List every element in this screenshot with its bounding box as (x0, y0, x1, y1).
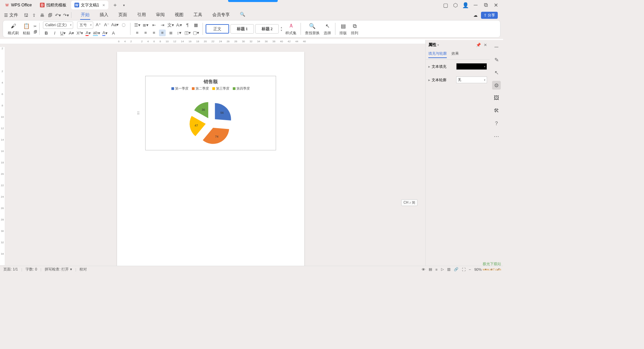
status-words[interactable]: 字数: 0 (25, 267, 37, 272)
tab-effect[interactable]: 效果 (451, 51, 459, 58)
menu-home[interactable]: 开始 (80, 10, 90, 20)
align-left-icon[interactable]: ≡ (134, 30, 141, 36)
maximize-icon[interactable]: ⧉ (483, 2, 488, 8)
paste-button[interactable]: 📋 粘贴 (21, 22, 32, 36)
drag-handle-icon[interactable]: ⠿ (137, 111, 140, 116)
text-fill-color-select[interactable] (456, 63, 487, 70)
strike-icon[interactable]: A̶▾ (68, 30, 75, 37)
menu-reference[interactable]: 引用 (137, 10, 147, 20)
underline-icon[interactable]: U▾ (60, 30, 66, 37)
menu-review[interactable]: 审阅 (155, 10, 165, 20)
close-icon[interactable]: ✕ (102, 3, 105, 7)
expand-icon[interactable]: ▸ (428, 78, 430, 82)
more-icon[interactable]: ⋯ (492, 132, 501, 141)
cut-icon[interactable]: ✂ (34, 24, 37, 29)
file-menu[interactable]: ☰ 文件 (2, 11, 20, 19)
zoom-level[interactable]: 90% (474, 267, 482, 271)
select-button[interactable]: ↖ 选择 (322, 22, 333, 36)
borders-icon[interactable]: ▢▾ (193, 30, 199, 36)
clear-format-icon[interactable]: ◌ (120, 21, 127, 28)
text-direction-icon[interactable]: 文▾ (167, 22, 174, 29)
print-preview-icon[interactable]: 🗐 (47, 12, 53, 18)
border-icon[interactable]: ▦ (193, 22, 199, 29)
tab-wps-office[interactable]: W WPS Office (1, 1, 35, 9)
export-icon[interactable]: ⇪ (31, 12, 37, 18)
properties-icon[interactable]: ⚙ (492, 81, 501, 90)
style-heading2[interactable]: 标题 2 (255, 24, 279, 34)
user-avatar-icon[interactable]: 👤 (463, 2, 468, 8)
add-tab-button[interactable]: ＋ (110, 2, 120, 9)
fit-icon[interactable]: ⛶ (462, 267, 466, 271)
styleset-button[interactable]: Ａ 样式集 (283, 22, 299, 36)
bullet-list-icon[interactable]: ☰▾ (134, 22, 141, 29)
tab-dropdown-icon[interactable]: ▾ (120, 3, 127, 7)
superscript-icon[interactable]: X²▾ (76, 30, 83, 37)
close-panel-icon[interactable]: ✕ (484, 43, 487, 47)
chart-object[interactable]: ⠿ 销售额 第一季度第二季度第三季度第四季度 56744736 (145, 76, 276, 150)
image-icon[interactable]: 🖼 (492, 94, 501, 102)
menu-tools[interactable]: 工具 (193, 10, 203, 20)
show-marks-icon[interactable]: ¶ (184, 22, 191, 29)
redo-icon[interactable]: ↷▾ (63, 12, 69, 18)
ime-indicator[interactable]: CH ♪ 简 (401, 199, 418, 206)
style-scroll-down-icon[interactable]: ▾ (281, 29, 282, 32)
shading-icon[interactable]: ◫▾ (184, 30, 191, 36)
layout-button[interactable]: ▤ 排版 (337, 22, 349, 36)
help-icon[interactable]: ？ (492, 119, 501, 128)
outline-view-icon[interactable]: ≡ (435, 267, 437, 271)
tab-templates[interactable]: D 找稻壳模板 (37, 1, 70, 9)
chevron-down-icon[interactable]: ▾ (437, 43, 439, 47)
shrink-font-icon[interactable]: A⁻ (103, 21, 110, 28)
text-outline-select[interactable]: 无 (456, 77, 487, 83)
align-center-icon[interactable]: ≡ (142, 30, 149, 36)
save-icon[interactable]: 🖫 (23, 12, 29, 18)
change-case-icon[interactable]: Aa▾ (112, 21, 118, 28)
expand-icon[interactable]: ▸ (428, 64, 430, 69)
page-view-icon[interactable]: ▤ (429, 267, 432, 271)
status-spellcheck[interactable]: 拼写检查: 打开 ▾ (45, 267, 72, 272)
search-icon[interactable]: 🔍 (239, 10, 246, 20)
format-painter-button[interactable]: 🖌 格式刷 (6, 22, 21, 36)
menu-insert[interactable]: 插入 (99, 10, 109, 20)
read-view-icon[interactable]: ▷ (441, 267, 444, 271)
link-icon[interactable]: 🔗 (454, 267, 459, 271)
tools-icon[interactable]: 🛠 (492, 106, 501, 115)
number-list-icon[interactable]: ≣▾ (142, 22, 149, 29)
cloud-icon[interactable]: ☁ (473, 13, 478, 18)
text-effect-icon[interactable]: A▾ (102, 30, 108, 37)
cube-icon[interactable]: ⬡ (453, 2, 458, 8)
undo-icon[interactable]: ↶▾ (55, 12, 61, 18)
style-heading1[interactable]: 标题 1 (230, 24, 254, 34)
tab-fill-outline[interactable]: 填充与轮廓 (428, 51, 447, 58)
tab-document[interactable]: W 文字文稿1 ✕ (71, 1, 109, 9)
menu-member[interactable]: 会员专享 (212, 10, 230, 20)
status-page[interactable]: 页面: 1/1 (3, 267, 18, 272)
style-normal[interactable]: 正文 (206, 24, 229, 34)
print-icon[interactable]: 🖶 (39, 12, 45, 18)
font-color-icon[interactable]: A▾ (85, 30, 92, 37)
align-right-icon[interactable]: ≡ (151, 30, 157, 36)
pin-icon[interactable]: 📌 (476, 43, 481, 47)
eye-icon[interactable]: 👁 (422, 267, 425, 271)
distribute-icon[interactable]: ≣ (167, 30, 174, 36)
window-snap-icon[interactable]: ▢ (443, 2, 448, 8)
select-tool-icon[interactable]: ↖ (492, 68, 501, 77)
minimize-icon[interactable]: ─ (473, 2, 478, 8)
close-window-icon[interactable]: ✕ (493, 2, 498, 8)
share-button[interactable]: ⇪ 分享 (481, 12, 498, 19)
menu-view[interactable]: 视图 (174, 10, 184, 20)
arrange-button[interactable]: ⧉ 排列 (349, 22, 360, 36)
char-shading-icon[interactable]: A (110, 30, 117, 37)
line-spacing-icon[interactable]: ↕▾ (176, 30, 182, 36)
copy-icon[interactable]: 🗐 (34, 30, 37, 34)
font-size-select[interactable]: 五号 (77, 21, 93, 29)
style-scroll-up-icon[interactable]: ▴ (281, 26, 282, 29)
sort-icon[interactable]: Aᵢ▾ (176, 22, 182, 29)
grow-font-icon[interactable]: A⁺ (95, 21, 102, 28)
zoom-out-icon[interactable]: − (469, 267, 471, 271)
align-justify-icon[interactable]: ≡ (159, 30, 166, 36)
status-proof[interactable]: 校对 (79, 267, 87, 272)
increase-indent-icon[interactable]: ⇥ (159, 22, 166, 29)
italic-icon[interactable]: I (51, 30, 58, 37)
font-family-select[interactable]: Calibri (正文) (43, 21, 73, 29)
